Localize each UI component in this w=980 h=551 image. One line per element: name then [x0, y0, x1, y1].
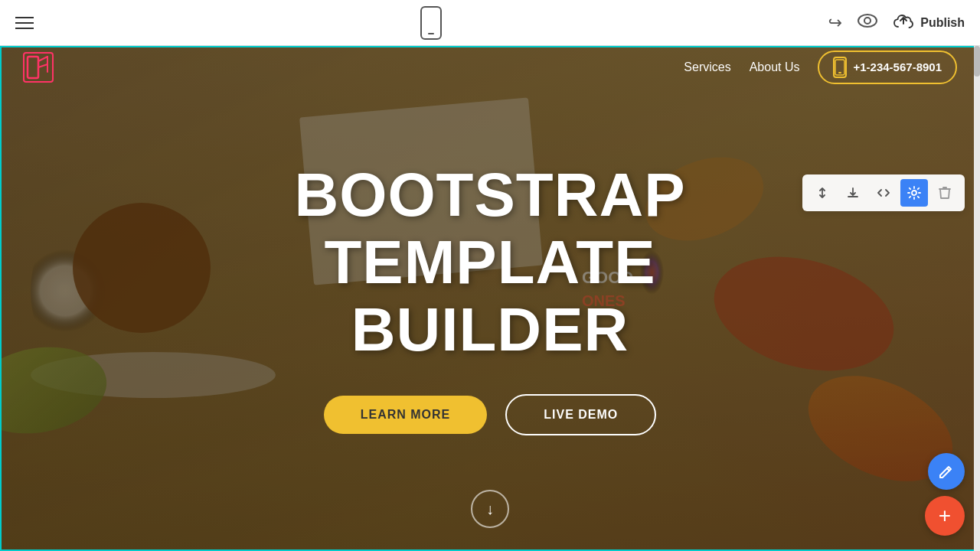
main-toolbar: ↩ Publish	[0, 0, 980, 46]
toolbar-left	[15, 17, 34, 29]
fab-add-button[interactable]: +	[925, 496, 965, 536]
scroll-down-button[interactable]: ↓	[471, 490, 509, 528]
hamburger-menu[interactable]	[15, 17, 34, 29]
delete-tool-button[interactable]	[931, 179, 959, 207]
hero-buttons: LEARN MORE LIVE DEMO	[184, 394, 796, 435]
hero-title-line2: TEMPLATE BUILDER	[184, 229, 796, 364]
site-preview: GOOD ONES	[0, 46, 980, 551]
download-tool-button[interactable]	[839, 179, 867, 207]
site-navigation: Services About Us +1-234-567-8901	[0, 46, 980, 88]
toolbar-right: ↩ Publish	[828, 13, 965, 33]
fab-edit-button[interactable]	[928, 453, 965, 490]
sort-tool-button[interactable]	[808, 179, 836, 207]
logo-icon	[23, 52, 54, 83]
mobile-view-icon[interactable]	[420, 6, 442, 40]
site-logo	[23, 52, 54, 83]
undo-button[interactable]: ↩	[828, 13, 842, 33]
phone-number: +1-234-567-8901	[853, 60, 942, 73]
learn-more-button[interactable]: LEARN MORE	[324, 396, 488, 434]
section-toolbar	[802, 174, 965, 211]
hero-title: BOOTSTRAP TEMPLATE BUILDER	[184, 161, 796, 364]
phone-btn-icon	[833, 57, 847, 78]
hero-title-line1: BOOTSTRAP	[184, 161, 796, 229]
scroll-down-icon: ↓	[486, 500, 494, 518]
scrollbar[interactable]	[974, 46, 980, 551]
svg-point-0	[858, 15, 877, 27]
nav-about[interactable]: About Us	[750, 60, 800, 74]
fab-add-icon: +	[939, 504, 951, 528]
svg-rect-17	[838, 72, 841, 73]
cloud-upload-icon	[893, 13, 914, 33]
settings-tool-button[interactable]	[900, 179, 928, 207]
hero-content: BOOTSTRAP TEMPLATE BUILDER LEARN MORE LI…	[184, 161, 796, 435]
canvas: GOOD ONES	[0, 46, 980, 551]
scrollbar-thumb[interactable]	[974, 46, 980, 77]
publish-label: Publish	[920, 16, 965, 30]
svg-rect-15	[28, 57, 38, 78]
phone-button[interactable]: +1-234-567-8901	[818, 51, 957, 84]
publish-button[interactable]: Publish	[893, 13, 965, 33]
nav-links: Services About Us +1-234-567-8901	[684, 51, 957, 84]
svg-point-18	[912, 191, 916, 195]
toolbar-center	[420, 6, 442, 40]
live-demo-button[interactable]: LIVE DEMO	[505, 394, 656, 435]
nav-services[interactable]: Services	[684, 60, 730, 74]
code-tool-button[interactable]	[870, 179, 897, 207]
preview-button[interactable]	[858, 14, 877, 31]
svg-point-1	[864, 18, 871, 24]
